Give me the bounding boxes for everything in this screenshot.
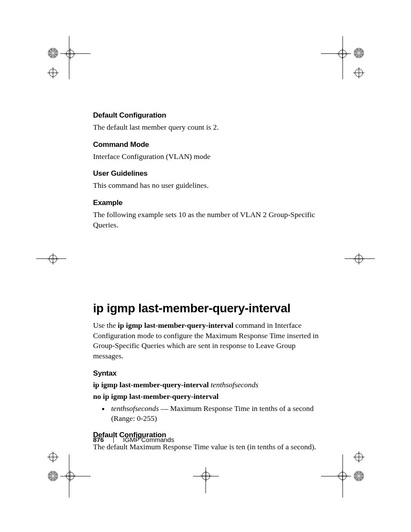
page: Default Configuration The default last m… <box>0 0 411 532</box>
syntax-line2-bold: no ip igmp last-member-query-interval <box>93 392 218 401</box>
command-title: ip igmp last-member-query-interval <box>93 302 326 315</box>
footer-section: IGMP Commands <box>123 436 174 443</box>
registration-mark-icon <box>47 67 59 78</box>
heading-default-configuration-1: Default Configuration <box>93 111 326 120</box>
page-footer: 876 IGMP Commands <box>93 436 174 444</box>
text-default-configuration-1: The default last member query count is 2… <box>93 122 326 133</box>
syntax-line1-ital: tenthsofseconds <box>211 380 258 389</box>
heading-command-mode: Command Mode <box>93 140 326 149</box>
heading-example: Example <box>93 199 326 207</box>
registration-mark-icon <box>353 253 364 264</box>
syntax-line1-bold: ip igmp last-member-query-interval <box>93 380 209 389</box>
syntax-line-2: no ip igmp last-member-query-interval <box>93 392 326 401</box>
command-desc-pre: Use the <box>93 321 118 330</box>
syntax-bullet-list: tenthsofseconds — Maximum Response Time … <box>93 404 326 424</box>
command-desc-bold: ip igmp last-member-query-interval <box>118 321 234 330</box>
command-description: Use the ip igmp last-member-query-interv… <box>93 320 326 361</box>
content-area: Default Configuration The default last m… <box>93 111 326 460</box>
registration-mark-icon <box>337 48 348 59</box>
registration-mark-icon <box>47 253 59 264</box>
sunburst-icon <box>352 470 365 482</box>
sunburst-icon <box>47 47 59 59</box>
text-user-guidelines: This command has no user guidelines. <box>93 180 326 191</box>
footer-separator <box>113 437 114 443</box>
registration-mark-icon <box>65 48 76 59</box>
sunburst-icon <box>47 470 59 482</box>
registration-mark-icon <box>337 470 348 482</box>
registration-mark-icon <box>353 67 364 78</box>
registration-mark-icon <box>47 451 59 463</box>
syntax-bullet-ital: tenthsofseconds <box>111 404 159 413</box>
registration-mark-icon <box>200 470 212 482</box>
syntax-bullet-item: tenthsofseconds — Maximum Response Time … <box>109 404 326 424</box>
page-number: 876 <box>93 436 104 443</box>
heading-user-guidelines: User Guidelines <box>93 169 326 178</box>
syntax-line-1: ip igmp last-member-query-interval tenth… <box>93 380 326 389</box>
heading-syntax: Syntax <box>93 369 326 378</box>
text-example: The following example sets 10 as the num… <box>93 210 326 230</box>
sunburst-icon <box>352 47 365 59</box>
text-command-mode: Interface Configuration (VLAN) mode <box>93 152 326 162</box>
registration-mark-icon <box>353 451 364 463</box>
registration-mark-icon <box>65 470 76 482</box>
